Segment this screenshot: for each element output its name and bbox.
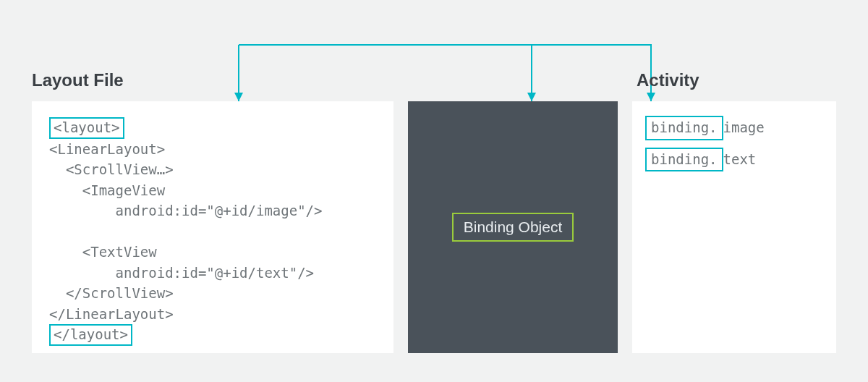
binding-object-panel: Binding Object <box>408 101 618 353</box>
code-line: </ScrollView> <box>49 285 174 301</box>
activity-code-row-2: binding.text <box>645 148 765 172</box>
layout-open-tag: <layout> <box>49 117 124 139</box>
activity-code-row-1: binding.image <box>645 116 765 140</box>
binding-suffix: image <box>723 119 765 135</box>
code-line: <ImageView <box>49 182 165 198</box>
binding-suffix: text <box>723 151 757 167</box>
layout-file-code: <layout> <LinearLayout> <ScrollView…> <I… <box>32 101 393 363</box>
svg-marker-2 <box>647 93 655 101</box>
code-line: <ScrollView…> <box>49 161 174 177</box>
svg-marker-1 <box>527 93 536 101</box>
code-line: android:id="@+id/image"/> <box>49 203 323 218</box>
code-line: <LinearLayout> <box>49 141 165 157</box>
activity-panel: binding.image binding.text <box>632 101 836 353</box>
code-line: </LinearLayout> <box>49 306 174 322</box>
binding-object-label: Binding Object <box>452 213 574 242</box>
layout-file-panel: <layout> <LinearLayout> <ScrollView…> <I… <box>32 101 393 353</box>
heading-activity: Activity <box>637 70 699 90</box>
binding-prefix-highlight: binding. <box>645 148 723 172</box>
layout-close-tag: </layout> <box>49 324 132 346</box>
svg-marker-0 <box>234 93 243 101</box>
code-line: <TextView <box>49 244 157 260</box>
heading-layout-file: Layout File <box>32 70 124 90</box>
code-line: android:id="@+id/text"/> <box>49 265 314 281</box>
binding-prefix-highlight: binding. <box>645 116 723 140</box>
